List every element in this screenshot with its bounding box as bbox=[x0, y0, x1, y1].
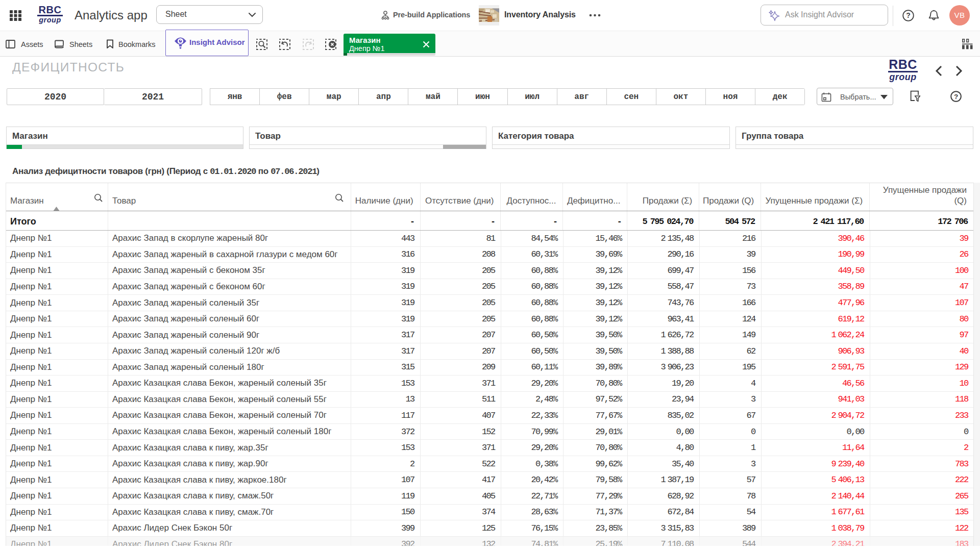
svg-text:?: ? bbox=[954, 93, 958, 101]
svg-text:?: ? bbox=[906, 11, 911, 19]
